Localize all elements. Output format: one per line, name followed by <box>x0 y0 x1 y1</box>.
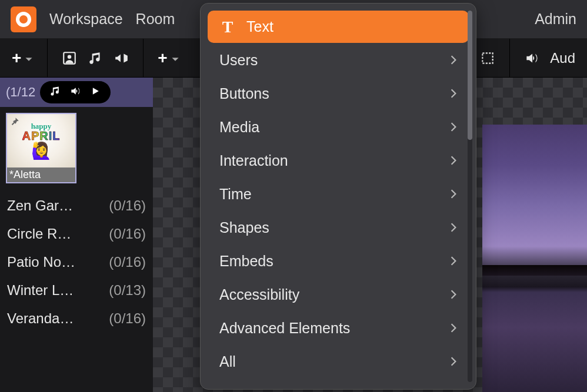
dropdown-item-label: Text <box>246 18 274 35</box>
room-count: (0/16) <box>109 254 146 270</box>
add-button-left[interactable]: + <box>12 49 33 68</box>
nav-admin[interactable]: Admin <box>535 11 576 28</box>
room-list-item[interactable]: Zen Gar…(0/16) <box>7 192 146 220</box>
music-icon[interactable] <box>49 85 61 99</box>
room-list-item[interactable]: Patio No…(0/16) <box>7 248 146 276</box>
room-list: Zen Gar…(0/16)Circle R…(0/16)Patio No…(0… <box>0 189 153 335</box>
frame-icon[interactable] <box>480 51 495 66</box>
room-count: (0/13) <box>109 282 146 299</box>
dropdown-item-accessibility[interactable]: Accessibility <box>208 279 469 311</box>
music-icon[interactable] <box>88 51 103 66</box>
room-user-count: (1/12 <box>6 85 35 100</box>
megaphone-icon[interactable] <box>114 51 129 66</box>
dropdown-item-text[interactable]: TText <box>208 11 469 43</box>
dropdown-item-all[interactable]: All <box>208 346 469 378</box>
volume-icon[interactable] <box>524 51 539 66</box>
room-count: (0/16) <box>109 226 146 242</box>
dropdown-item-label: Embeds <box>219 253 274 270</box>
dropdown-item-users[interactable]: Users <box>208 44 469 76</box>
dropdown-item-buttons[interactable]: Buttons <box>208 78 469 110</box>
room-name: Veranda… <box>7 310 74 327</box>
audio-label[interactable]: Aud <box>550 50 575 66</box>
pin-icon[interactable] <box>9 116 22 129</box>
room-name: Patio No… <box>7 254 75 270</box>
dropdown-item-label: Buttons <box>219 85 269 102</box>
dropdown-item-media[interactable]: Media <box>208 111 469 143</box>
room-count: (0/16) <box>109 310 146 327</box>
avatar-name: *Aletta <box>7 167 75 182</box>
room-list-item[interactable]: Circle R…(0/16) <box>7 220 146 248</box>
nav-workspace[interactable]: Workspace <box>49 11 123 28</box>
dropdown-item-advanced-elements[interactable]: Advanced Elements <box>208 312 469 344</box>
plus-icon: + <box>12 49 21 68</box>
volume-icon[interactable] <box>69 85 81 99</box>
dropdown-item-interaction[interactable]: Interaction <box>208 145 469 177</box>
user-frame-icon[interactable] <box>62 51 77 66</box>
svg-point-1 <box>68 55 72 59</box>
play-icon[interactable] <box>89 85 101 99</box>
app-logo[interactable] <box>11 6 36 32</box>
dropdown-item-shapes[interactable]: Shapes <box>208 212 469 244</box>
room-list-item[interactable]: Winter L…(0/13) <box>7 276 146 304</box>
dropdown-scrollbar[interactable] <box>468 11 472 382</box>
scene-image[interactable] <box>482 125 587 392</box>
text-icon: T <box>219 18 236 36</box>
nav-room[interactable]: Room <box>136 11 175 28</box>
chevron-right-icon <box>450 152 457 169</box>
sidebar: (1/12 happy APRIL 🙋‍♀️ *Aletta Zen Gar…(… <box>0 78 153 392</box>
dropdown-item-label: Shapes <box>219 219 269 236</box>
dropdown-item-time[interactable]: Time <box>208 178 469 210</box>
dropdown-item-label: Advanced Elements <box>219 320 350 337</box>
dropdown-item-embeds[interactable]: Embeds <box>208 245 469 277</box>
room-list-item[interactable]: Veranda…(0/16) <box>7 304 146 333</box>
chevron-right-icon <box>450 85 457 102</box>
chevron-right-icon <box>450 119 457 136</box>
dropdown-item-label: All <box>219 353 236 370</box>
room-name: Winter L… <box>7 282 74 299</box>
plus-icon: + <box>158 49 167 68</box>
room-name: Zen Gar… <box>7 197 73 214</box>
chevron-right-icon <box>450 353 457 370</box>
room-name: Circle R… <box>7 226 71 242</box>
svg-rect-2 <box>483 53 493 63</box>
chevron-right-icon <box>450 286 457 303</box>
dropdown-item-label: Users <box>219 52 258 69</box>
chevron-down-icon <box>171 49 179 68</box>
add-button-center[interactable]: + <box>158 49 179 68</box>
dropdown-item-label: Time <box>219 186 252 203</box>
add-element-dropdown: TTextUsersButtonsMediaInteractionTimeSha… <box>200 3 476 390</box>
scrollbar-thumb[interactable] <box>468 11 472 140</box>
chevron-right-icon <box>450 253 457 270</box>
chevron-right-icon <box>450 52 457 69</box>
room-controls <box>40 81 111 103</box>
avatar-card[interactable]: happy APRIL 🙋‍♀️ *Aletta <box>6 113 76 183</box>
room-count: (0/16) <box>109 197 146 214</box>
chevron-right-icon <box>450 186 457 203</box>
dropdown-item-label: Interaction <box>219 152 288 169</box>
logo-circle-icon <box>16 12 31 27</box>
dropdown-item-label: Accessibility <box>219 286 299 303</box>
current-room-header[interactable]: (1/12 <box>0 78 153 107</box>
chevron-down-icon <box>25 49 33 68</box>
chevron-right-icon <box>450 219 457 236</box>
chevron-right-icon <box>450 320 457 337</box>
dropdown-item-label: Media <box>219 119 259 136</box>
